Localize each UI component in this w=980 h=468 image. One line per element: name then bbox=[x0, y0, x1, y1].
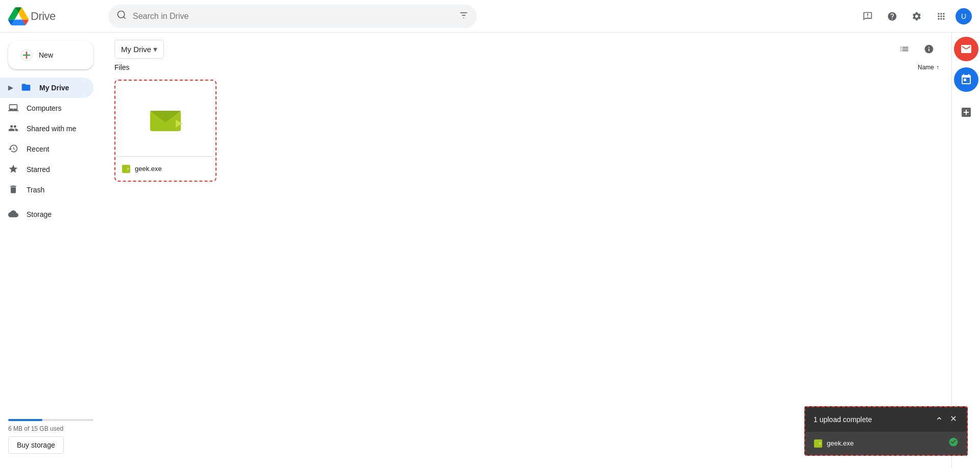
toast-file-item: geek.exe bbox=[805, 432, 967, 455]
logo-area: Drive bbox=[8, 6, 100, 27]
toast-check-icon bbox=[948, 437, 959, 450]
file-type-icon-small bbox=[122, 164, 131, 174]
sidebar-item-computers-label: Computers bbox=[27, 104, 61, 112]
buy-storage-button[interactable]: Buy storage bbox=[8, 436, 64, 454]
storage-section: 6 MB of 15 GB used Buy storage bbox=[0, 409, 102, 464]
sidebar-item-starred[interactable]: Starred bbox=[0, 159, 93, 180]
add-panel-button[interactable] bbox=[956, 102, 976, 122]
toast-collapse-button[interactable] bbox=[934, 413, 944, 426]
my-drive-nav-icon bbox=[21, 82, 31, 94]
topbar-actions: U bbox=[857, 6, 972, 27]
my-drive-breadcrumb-button[interactable]: My Drive ▾ bbox=[114, 40, 164, 59]
sidebar-item-shared-with-me[interactable]: Shared with me bbox=[0, 118, 93, 139]
storage-bar-background bbox=[8, 419, 93, 421]
file-card-geek-exe[interactable]: geek.exe bbox=[114, 80, 217, 182]
toast-title: 1 upload complete bbox=[814, 415, 872, 424]
computers-nav-icon bbox=[8, 103, 18, 114]
my-drive-breadcrumb-label: My Drive bbox=[121, 45, 151, 54]
app-name: Drive bbox=[31, 10, 56, 23]
recent-nav-icon bbox=[8, 143, 18, 155]
sort-label: Name bbox=[918, 64, 934, 71]
search-icon bbox=[116, 10, 127, 22]
sidebar-item-trash-label: Trash bbox=[27, 186, 44, 194]
svg-line-1 bbox=[124, 17, 126, 19]
nav-arrow-my-drive: ▶ bbox=[8, 84, 13, 91]
sidebar-item-storage[interactable]: Storage bbox=[0, 204, 93, 225]
calendar-icon-button[interactable] bbox=[954, 67, 978, 92]
search-bar[interactable] bbox=[108, 5, 477, 28]
shared-nav-icon bbox=[8, 123, 18, 135]
sidebar-item-shared-label: Shared with me bbox=[27, 125, 76, 133]
toast-close-button[interactable] bbox=[948, 413, 959, 426]
new-button-label: New bbox=[39, 51, 53, 59]
sidebar-item-recent-label: Recent bbox=[27, 145, 49, 153]
new-button[interactable]: New bbox=[8, 41, 93, 69]
help-icon-button[interactable] bbox=[882, 6, 902, 27]
storage-bar-fill bbox=[8, 419, 42, 421]
files-section-label: Files bbox=[114, 63, 130, 71]
file-card-footer: geek.exe bbox=[115, 156, 216, 181]
view-toggle bbox=[894, 39, 939, 59]
topbar: Drive U bbox=[0, 0, 980, 33]
my-drive-dropdown-icon: ▾ bbox=[153, 44, 157, 54]
geek-exe-preview-icon bbox=[148, 103, 183, 134]
right-panel bbox=[951, 33, 980, 468]
svg-point-0 bbox=[118, 11, 125, 18]
sidebar-item-starred-label: Starred bbox=[27, 165, 50, 174]
storage-usage-text: 6 MB of 15 GB used bbox=[8, 425, 93, 432]
google-drive-logo-icon bbox=[8, 6, 29, 27]
sidebar-item-storage-label: Storage bbox=[27, 210, 52, 218]
file-name-label: geek.exe bbox=[135, 165, 162, 173]
account-avatar[interactable]: U bbox=[955, 8, 972, 24]
trash-nav-icon bbox=[8, 184, 18, 196]
list-view-button[interactable] bbox=[894, 39, 915, 59]
sidebar: New ▶ My Drive Computers Shared with me bbox=[0, 33, 102, 468]
starred-nav-icon bbox=[8, 164, 18, 176]
sidebar-item-recent[interactable]: Recent bbox=[0, 139, 93, 159]
feedback-icon-button[interactable] bbox=[857, 6, 878, 27]
search-input[interactable] bbox=[133, 12, 452, 21]
new-plus-icon bbox=[20, 49, 33, 61]
sidebar-item-my-drive-label: My Drive bbox=[39, 84, 69, 92]
gmail-icon-button[interactable] bbox=[954, 37, 978, 61]
storage-nav-icon bbox=[8, 209, 18, 220]
toast-item-left: geek.exe bbox=[814, 439, 854, 448]
settings-icon-button[interactable] bbox=[906, 6, 927, 27]
toast-header: 1 upload complete bbox=[805, 407, 967, 432]
filter-icon[interactable] bbox=[459, 10, 469, 22]
file-card-preview bbox=[115, 81, 216, 156]
apps-icon-button[interactable] bbox=[931, 6, 951, 27]
toast-file-name: geek.exe bbox=[827, 439, 854, 447]
main-content: My Drive ▾ Files Name ↑ bbox=[102, 33, 951, 468]
toast-file-icon bbox=[814, 439, 823, 448]
upload-complete-toast: 1 upload complete geek.exe bbox=[804, 406, 968, 456]
sidebar-item-my-drive[interactable]: ▶ My Drive bbox=[0, 78, 93, 98]
sort-control[interactable]: Name ↑ bbox=[918, 64, 939, 71]
toast-actions bbox=[934, 413, 959, 426]
sidebar-item-computers[interactable]: Computers bbox=[0, 98, 93, 118]
sidebar-item-trash[interactable]: Trash bbox=[0, 180, 93, 200]
main-layout: New ▶ My Drive Computers Shared with me bbox=[0, 33, 980, 468]
info-button[interactable] bbox=[919, 39, 939, 59]
sort-direction-icon: ↑ bbox=[936, 64, 939, 71]
files-grid: geek.exe bbox=[114, 80, 939, 182]
